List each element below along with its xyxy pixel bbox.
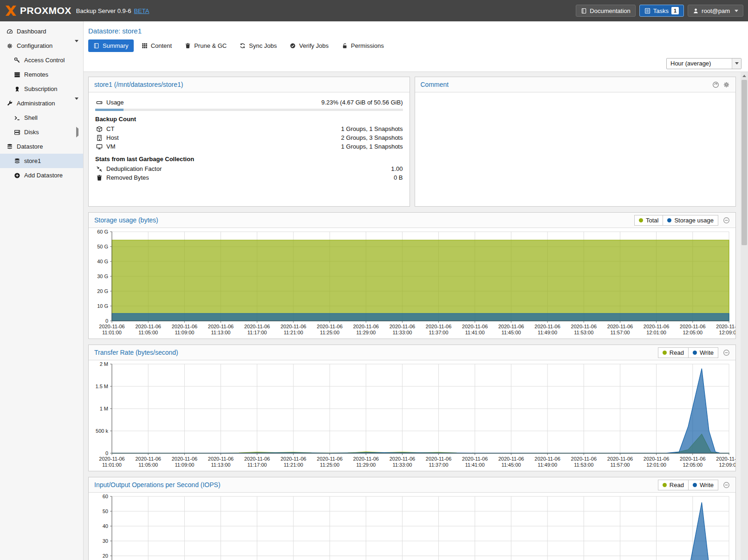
comment-panel: Comment <box>415 77 736 207</box>
sidebar-item-access-control[interactable]: Access Control <box>0 53 83 67</box>
svg-text:11:21:00: 11:21:00 <box>284 330 303 335</box>
svg-text:40 G: 40 G <box>97 259 108 264</box>
transfer-rate-panel: Transfer Rate (bytes/second) Read Write … <box>88 345 736 471</box>
svg-text:2020-11-06: 2020-11-06 <box>353 456 378 462</box>
svg-text:11:13:00: 11:13:00 <box>211 330 230 335</box>
svg-text:11:25:00: 11:25:00 <box>320 330 339 335</box>
comment-body[interactable] <box>415 92 736 104</box>
tab-bar: Summary Content Prune & GC Sync Jobs Ver… <box>88 39 742 55</box>
sidebar-item-remotes[interactable]: Remotes <box>0 67 83 82</box>
legend-item-storage-usage[interactable]: Storage usage <box>663 215 718 226</box>
tasks-button[interactable]: Tasks 1 <box>639 5 684 17</box>
hdd-icon <box>95 99 104 106</box>
svg-text:12:09:00: 12:09:00 <box>719 462 735 468</box>
sidebar-item-configuration[interactable]: Configuration <box>0 39 83 53</box>
building-icon <box>95 135 104 141</box>
chart-svg: 2020-11-0611:01:002020-11-0611:05:002020… <box>89 360 735 471</box>
svg-text:10 G: 10 G <box>97 303 108 309</box>
tab-sync-jobs[interactable]: Sync Jobs <box>234 39 282 52</box>
svg-text:11:33:00: 11:33:00 <box>392 462 412 468</box>
legend-item-write[interactable]: Write <box>689 480 718 490</box>
legend-item-read[interactable]: Read <box>658 347 689 358</box>
scrollbar-thumb[interactable] <box>741 80 747 245</box>
terminal-icon <box>13 115 21 121</box>
cube-icon <box>95 126 104 132</box>
tab-content[interactable]: Content <box>137 39 177 52</box>
beta-link[interactable]: BETA <box>134 7 149 14</box>
vm-row: VM 1 Groups, 1 Snapshots <box>95 142 403 151</box>
tab-prune-gc[interactable]: Prune & GC <box>180 39 232 52</box>
gear-icon <box>6 43 14 49</box>
sync-icon <box>240 43 246 49</box>
comment-panel-title: Comment <box>421 81 449 88</box>
unlock-icon <box>342 43 348 49</box>
reload-icon[interactable] <box>712 81 719 88</box>
sidebar-item-store1[interactable]: store1 <box>0 154 83 168</box>
combo-trigger[interactable] <box>732 59 741 69</box>
svg-text:1 M: 1 M <box>100 406 108 411</box>
book-icon <box>581 8 587 14</box>
collapse-arrow-icon[interactable] <box>75 100 78 107</box>
minus-circle-icon[interactable] <box>723 217 730 224</box>
sidebar-item-shell[interactable]: Shell <box>0 111 83 125</box>
vertical-scrollbar[interactable] <box>741 72 748 560</box>
svg-text:11:09:00: 11:09:00 <box>175 330 194 335</box>
user-menu-button[interactable]: root@pam <box>688 5 743 17</box>
compress-icon <box>95 166 104 172</box>
sidebar-item-subscription[interactable]: Subscription <box>0 82 83 96</box>
sidebar-item-administration[interactable]: Administration <box>0 96 83 111</box>
tab-verify-jobs[interactable]: Verify Jobs <box>285 39 334 52</box>
svg-text:2020-11-06: 2020-11-06 <box>498 324 524 329</box>
svg-text:2020-11-06: 2020-11-06 <box>317 324 342 329</box>
trash-icon <box>95 175 104 181</box>
svg-text:11:01:00: 11:01:00 <box>102 462 122 468</box>
product-name: Backup Server 0.9-6 <box>76 7 131 14</box>
svg-text:2020-11-06: 2020-11-06 <box>680 456 705 462</box>
ct-row: CT 1 Groups, 1 Snapshots <box>95 124 403 133</box>
svg-text:30: 30 <box>103 538 108 544</box>
gear-icon[interactable] <box>723 81 730 88</box>
svg-text:2020-11-06: 2020-11-06 <box>390 324 415 329</box>
svg-text:20 G: 20 G <box>97 288 108 294</box>
svg-text:1.5 M: 1.5 M <box>95 384 108 389</box>
sidebar-item-dashboard[interactable]: Dashboard <box>0 24 83 39</box>
svg-text:2020-11-06: 2020-11-06 <box>462 456 488 462</box>
iops-chart: 2020-11-0611:01:002020-11-0611:05:002020… <box>89 493 735 560</box>
sidebar: Dashboard Configuration Access Control R… <box>0 21 84 560</box>
chart-svg: 2020-11-0611:01:002020-11-0611:05:002020… <box>89 228 735 339</box>
minus-circle-icon[interactable] <box>723 482 730 488</box>
svg-text:2020-11-06: 2020-11-06 <box>571 324 597 329</box>
proxmox-x-logo-icon <box>5 5 17 16</box>
datastore-summary-panel: store1 (/mnt/datastores/store1) Usage 9.… <box>88 77 410 207</box>
collapse-arrow-icon[interactable] <box>75 42 78 49</box>
svg-text:2020-11-06: 2020-11-06 <box>208 324 234 329</box>
documentation-button[interactable]: Documentation <box>576 5 635 17</box>
minus-circle-icon[interactable] <box>723 349 730 356</box>
tab-summary[interactable]: Summary <box>88 39 134 52</box>
svg-text:2020-11-06: 2020-11-06 <box>172 456 197 462</box>
chart-toolbar: Hour (average) <box>84 55 748 72</box>
brand-wordmark: PROXMOX <box>20 5 72 16</box>
sidebar-item-add-datastore[interactable]: Add Datastore <box>0 168 83 182</box>
svg-text:20: 20 <box>103 553 108 559</box>
svg-text:2020-11-06: 2020-11-06 <box>99 456 124 462</box>
gauge-icon <box>6 28 14 35</box>
svg-text:60: 60 <box>103 494 108 499</box>
svg-text:2020-11-06: 2020-11-06 <box>426 324 451 329</box>
svg-text:12:05:00: 12:05:00 <box>683 330 702 335</box>
legend-item-total[interactable]: Total <box>634 215 663 226</box>
host-row: Host 2 Groups, 3 Snapshots <box>95 133 403 142</box>
tab-permissions[interactable]: Permissions <box>337 39 389 52</box>
legend-dot <box>639 218 643 222</box>
legend-item-read[interactable]: Read <box>658 480 689 490</box>
svg-text:11:53:00: 11:53:00 <box>574 330 593 335</box>
legend-item-write[interactable]: Write <box>689 347 718 358</box>
scroll-up-arrow-icon[interactable] <box>741 72 748 79</box>
svg-text:11:45:00: 11:45:00 <box>501 330 521 335</box>
sidebar-item-disks[interactable]: Disks <box>0 125 83 139</box>
svg-text:11:09:00: 11:09:00 <box>175 462 194 468</box>
expand-arrow-icon[interactable] <box>76 129 78 136</box>
sidebar-item-datastore[interactable]: Datastore <box>0 139 83 154</box>
timeframe-select[interactable]: Hour (average) <box>666 58 741 69</box>
svg-text:2020-11-06: 2020-11-06 <box>716 324 735 329</box>
